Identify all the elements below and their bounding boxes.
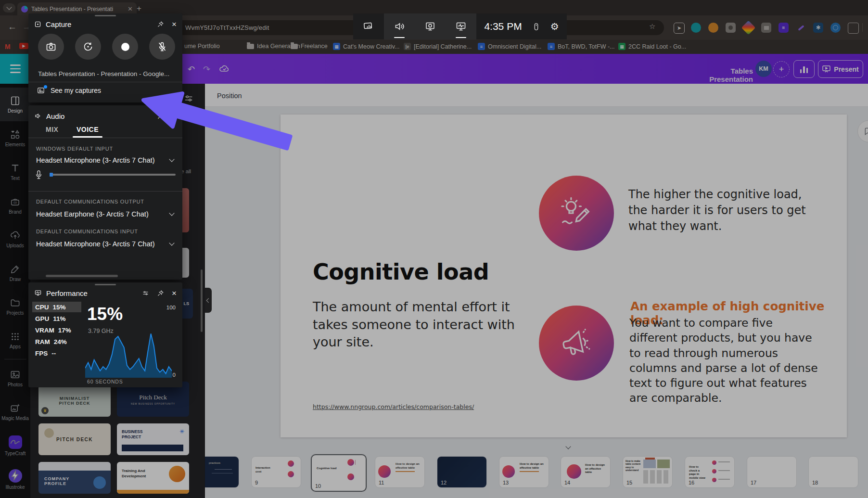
filmstrip-thumb-10-selected[interactable]: Cognitive load 10 (311, 454, 367, 492)
pin-icon[interactable] (157, 290, 164, 297)
extension-teal-icon[interactable] (691, 23, 701, 33)
see-my-captures-button[interactable]: See my captures (37, 87, 101, 94)
bookmark-star-icon[interactable]: ☆ (649, 22, 655, 31)
tab-voice[interactable]: VOICE (77, 126, 99, 133)
extension-globe-icon[interactable] (830, 23, 841, 33)
tab-mix[interactable]: MIX (46, 126, 58, 133)
tab-search-button[interactable] (3, 3, 15, 13)
sidebar-item-typecraft[interactable]: TypeCraft (0, 429, 30, 462)
sidebar-item-magic-media[interactable]: Magic Media (0, 395, 30, 429)
template-thumb-company[interactable]: COMPANY PROFILE (38, 462, 111, 494)
template-thumb-minimalist[interactable]: MINIMALIST PITCH DECK ♛ (38, 385, 111, 417)
filmstrip-thumb-15[interactable]: How to make table content easy to unders… (623, 457, 672, 487)
input-device-dropdown[interactable]: Headset Microphone (3- Arctis 7 Chat) (36, 156, 155, 164)
extension-pumpkin-icon[interactable] (708, 23, 718, 33)
widget-menu-button[interactable] (353, 13, 384, 39)
sidebar-item-text[interactable]: Text (0, 155, 30, 189)
mic-volume-slider[interactable] (50, 174, 176, 176)
gear-icon[interactable]: ⚙ (550, 22, 559, 31)
close-icon[interactable]: × (172, 20, 177, 28)
extension-send-icon[interactable]: ➤ (674, 23, 685, 34)
sidebar-item-photos[interactable]: Photos (0, 361, 30, 395)
stat-row-vram[interactable]: VRAM 17% (32, 325, 81, 335)
insights-button[interactable] (793, 60, 815, 78)
bookmark-freelance[interactable]: Freelance (291, 43, 328, 50)
new-tab-button[interactable]: + (137, 4, 141, 13)
filmstrip-thumb-14[interactable]: How to design an effective table 14 (561, 457, 610, 487)
extensions-puzzle-icon[interactable] (848, 23, 859, 34)
audio-widget-toggle[interactable] (384, 13, 415, 39)
capture-widget-toggle[interactable] (415, 13, 446, 39)
add-member-button[interactable]: + (773, 61, 790, 77)
slide-canvas[interactable]: Cognitive load The amount of mental effo… (281, 115, 847, 437)
extension-snowflake-icon[interactable]: ✻ (813, 23, 823, 33)
panel-scrollbar[interactable] (201, 269, 203, 332)
filmstrip-thumb-9[interactable]: Interaction cost 9 (252, 457, 301, 487)
sidebar-item-apps[interactable]: Apps (0, 323, 30, 357)
filmstrip-thumb-18[interactable]: 18 (809, 457, 858, 487)
filmstrip-thumb-8[interactable]: practices (205, 457, 239, 487)
menu-button[interactable] (0, 54, 30, 84)
sidebar-item-elements[interactable]: Elements (0, 121, 30, 155)
template-thumb-pitch2[interactable]: PITCH DECK (38, 423, 111, 455)
slide-link[interactable]: https://www.nngroup.com/articles/compari… (313, 403, 474, 410)
close-icon[interactable]: × (172, 112, 177, 120)
filmstrip-thumb-12[interactable]: 12 (437, 457, 486, 487)
bookmark-youtube-icon[interactable]: ▶ (19, 43, 28, 49)
stat-row-fps[interactable]: FPS -- (32, 348, 81, 358)
pin-icon[interactable] (157, 21, 164, 28)
template-thumb-training[interactable]: Training And Development (117, 462, 189, 494)
tab-close-icon[interactable]: ✕ (128, 5, 133, 13)
avatar[interactable]: KM (755, 61, 772, 77)
close-icon[interactable]: × (172, 289, 177, 297)
undo-icon[interactable]: ↶ (188, 64, 195, 75)
filmstrip-thumb-13[interactable]: How to design an effective table 13 (499, 457, 549, 487)
stat-row-gpu[interactable]: GPU 11% (32, 313, 81, 324)
doc-title[interactable]: Tables Presentation (686, 67, 753, 83)
chevron-down-icon[interactable] (169, 156, 174, 162)
extension-feather-icon[interactable] (796, 23, 806, 33)
chevron-down-icon[interactable] (169, 210, 174, 216)
sidebar-item-design[interactable]: Design (0, 88, 30, 121)
options-sliders-icon[interactable] (142, 290, 149, 297)
sidebar-item-brand[interactable]: co Brand (0, 189, 30, 222)
stat-row-ram[interactable]: RAM 24% (32, 336, 81, 347)
sidebar-item-draw[interactable]: Draw (0, 256, 30, 290)
filmstrip-thumb-11[interactable]: How to design an effective table 11 (375, 457, 424, 487)
bookmark-bot-bwd[interactable]: ≡BoT, BWD, TotFW -... (548, 43, 615, 50)
present-button[interactable]: Present (818, 60, 863, 78)
template-thumb-business[interactable]: BUSINESS PROJECT ✳ (117, 423, 189, 455)
bookmark-cats-meow[interactable]: ▦Cat's Meow Creativ... (333, 43, 399, 50)
stat-row-cpu[interactable]: CPU 15% (32, 302, 81, 312)
filmstrip-collapse-button[interactable] (557, 443, 579, 450)
bookmark-resume-portfolio[interactable]: ume Portfolio (184, 43, 220, 50)
start-recording-button[interactable] (112, 34, 138, 60)
extension-notes-icon[interactable]: ≡ (779, 23, 789, 33)
back-icon[interactable]: ← (8, 22, 17, 32)
mic-toggle-button[interactable] (149, 34, 175, 60)
filter-sliders-icon[interactable] (183, 93, 194, 106)
screenshot-button[interactable] (38, 34, 64, 60)
extension-cameras-icon[interactable] (761, 23, 771, 33)
comm-input-device-dropdown[interactable]: Headset Microphone (3- Arctis 7 Chat) (36, 240, 155, 248)
extension-camera-icon[interactable] (726, 23, 736, 33)
bookmark-editorial[interactable]: [e[Editorial] Catherine... (404, 43, 472, 50)
performance-widget-toggle[interactable] (446, 13, 476, 39)
widget-scrollbar[interactable] (46, 275, 118, 277)
output-device-dropdown[interactable]: Headset Earphone (3- Arctis 7 Chat) (36, 210, 149, 218)
pin-icon[interactable] (157, 113, 164, 120)
panel-collapse-handle[interactable] (205, 288, 212, 313)
drag-handle[interactable] (95, 284, 116, 285)
chevron-down-icon[interactable] (169, 240, 174, 245)
bookmark-2cc-raid[interactable]: ▦2CC Raid Loot - Go... (618, 43, 686, 50)
record-last-30s-button[interactable] (75, 34, 101, 60)
sidebar-item-projects[interactable]: Projects (0, 290, 30, 323)
drag-handle[interactable] (95, 15, 116, 16)
bookmark-gmail-icon[interactable]: M (5, 43, 11, 51)
mouse-icon[interactable] (532, 22, 541, 31)
sidebar-item-illustroke[interactable]: Illustroke (0, 462, 30, 496)
bookmark-omniscient[interactable]: ≡Omniscient Digital... (478, 43, 541, 50)
filmstrip-thumb-16[interactable]: How to check a page in mobile view 16 (685, 457, 734, 487)
sidebar-item-uploads[interactable]: Uploads (0, 222, 30, 256)
redo-icon[interactable]: ↷ (203, 64, 210, 75)
